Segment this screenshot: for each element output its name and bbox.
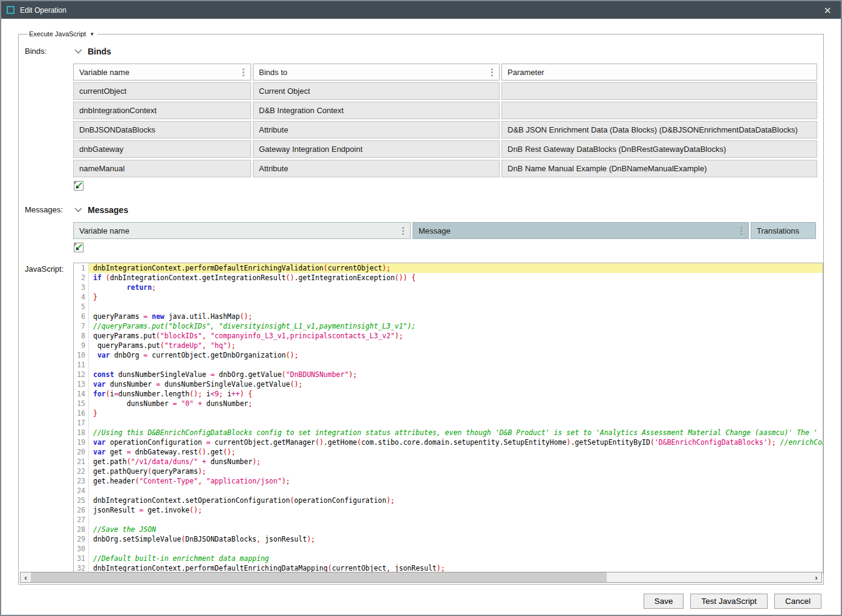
- add-row-icon: [74, 181, 83, 191]
- table-cell[interactable]: Attribute: [253, 121, 500, 139]
- cancel-button[interactable]: Cancel: [774, 594, 821, 609]
- add-row-icon: [74, 243, 83, 252]
- code-line: 15 dunsNumber = "0" + dunsNumber;: [74, 399, 823, 408]
- binds-table-body: currentObjectCurrent ObjectdnbIntegratio…: [73, 82, 817, 177]
- table-cell[interactable]: dnbIntegrationContext: [73, 102, 251, 119]
- table-row: dnbIntegrationContextD&B Integration Con…: [73, 102, 817, 119]
- code-line: 1dnbIntegrationContext.performDefaultEnr…: [74, 263, 823, 273]
- operation-type-label: Execute JavaScript: [29, 30, 86, 38]
- test-javascript-button[interactable]: Test JavaScript: [690, 594, 768, 609]
- code-lines: 1dnbIntegrationContext.performDefaultEnr…: [74, 263, 823, 573]
- column-header-parameter[interactable]: Parameter: [501, 64, 817, 80]
- code-line: 7//queryParams.put("blockIDs", "diversit…: [74, 321, 823, 331]
- messages-field-label: Messages:: [25, 203, 73, 255]
- close-icon[interactable]: ×: [820, 4, 835, 16]
- scroll-right-arrow-icon[interactable]: ›: [811, 572, 821, 582]
- column-grip-icon[interactable]: [402, 230, 404, 232]
- code-line: 12const dunsNumberSingleValue = dnbOrg.g…: [74, 370, 823, 379]
- code-line: 17: [74, 418, 823, 428]
- column-header-variable-name[interactable]: Variable name: [73, 64, 251, 80]
- column-header-variable-name[interactable]: Variable name: [73, 222, 411, 239]
- app-icon: [7, 6, 15, 14]
- column-grip-icon[interactable]: [740, 230, 742, 232]
- add-bind-row-button[interactable]: [74, 181, 83, 191]
- table-cell[interactable]: Attribute: [253, 160, 500, 177]
- column-header-message[interactable]: Message: [413, 222, 749, 239]
- code-line: 25dnbIntegrationContext.setOperationConf…: [74, 496, 823, 505]
- table-cell[interactable]: Current Object: [253, 82, 500, 100]
- scroll-left-arrow-icon[interactable]: ‹: [21, 572, 31, 582]
- line-number: 22: [74, 467, 89, 476]
- table-cell[interactable]: nameManual: [73, 160, 251, 177]
- horizontal-scrollbar: ‹ ›: [20, 572, 822, 583]
- code-line: 23get.header("Content-Type", "applicatio…: [74, 476, 823, 486]
- line-number: 9: [74, 341, 89, 350]
- column-grip-icon[interactable]: [491, 71, 493, 73]
- table-cell[interactable]: DnBJSONDataBlocks: [73, 121, 251, 139]
- code-line: 9 queryParams.put("tradeUp", "hq");: [74, 341, 823, 350]
- column-header-binds-to[interactable]: Binds to: [253, 64, 500, 80]
- code-line: 16}: [74, 408, 823, 418]
- code-line: 24: [74, 486, 823, 496]
- line-number: 26: [74, 505, 89, 515]
- line-number: 15: [74, 399, 89, 408]
- scrollbar-thumb[interactable]: [31, 572, 607, 582]
- line-number: 20: [74, 447, 89, 457]
- table-cell[interactable]: DnB Rest Gateway DataBlocks (DnBRestGate…: [501, 140, 817, 158]
- column-grip-icon[interactable]: [243, 71, 244, 73]
- code-line: 31//Default built-in enrichment data map…: [74, 554, 823, 563]
- code-line: 11: [74, 360, 823, 370]
- line-number: 16: [74, 408, 89, 418]
- code-line: 5: [74, 302, 823, 312]
- messages-table: Variable name Message Translations: [71, 220, 818, 241]
- code-line: 6queryParams = new java.util.HashMap();: [74, 312, 823, 321]
- code-line: 22get.pathQuery(queryParams);: [74, 467, 823, 476]
- code-line: 13var dunsNumber = dunsNumberSingleValue…: [74, 379, 823, 389]
- table-cell[interactable]: [501, 82, 817, 100]
- line-number: 19: [74, 437, 89, 447]
- line-number: 24: [74, 486, 89, 496]
- line-number: 4: [74, 292, 89, 302]
- table-row: currentObjectCurrent Object: [73, 82, 817, 100]
- table-cell[interactable]: D&B JSON Enrichment Data (Data Blocks) (…: [501, 121, 817, 139]
- messages-collapse-chevron-icon[interactable]: [74, 208, 82, 212]
- code-line: 20var get = dnbGateway.rest().get();: [74, 447, 823, 457]
- scrollbar-track[interactable]: [607, 572, 811, 582]
- binds-section-title: Binds: [88, 47, 111, 56]
- line-number: 2: [74, 273, 89, 283]
- table-cell[interactable]: [501, 102, 817, 119]
- add-message-row-button[interactable]: [74, 243, 83, 252]
- code-line: 19var operationConfiguration = currentOb…: [74, 437, 823, 447]
- code-line: 21get.path("/v1/data/duns/" + dunsNumber…: [74, 457, 823, 467]
- code-line: 14for(i=dunsNumber.length(); i<9; i++) {: [74, 389, 823, 399]
- line-number: 17: [74, 418, 89, 428]
- javascript-code-editor[interactable]: 1dnbIntegrationContext.performDefaultEnr…: [73, 263, 823, 574]
- line-number: 8: [74, 331, 89, 341]
- line-number: 14: [74, 389, 89, 399]
- code-line: 26jsonResult = get.invoke();: [74, 505, 823, 515]
- table-row: dnbGatewayGateway Integration EndpointDn…: [73, 140, 817, 158]
- table-cell[interactable]: currentObject: [73, 82, 251, 100]
- table-cell[interactable]: dnbGateway: [73, 140, 251, 158]
- titlebar: Edit Operation ×: [1, 1, 841, 19]
- code-line: 28//Save the JSON: [74, 525, 823, 534]
- table-row: nameManualAttributeDnB Name Manual Examp…: [73, 160, 817, 177]
- binds-collapse-chevron-icon[interactable]: [74, 49, 82, 54]
- table-cell[interactable]: DnB Name Manual Example (DnBNameManualEx…: [501, 160, 817, 177]
- edit-operation-dialog: Edit Operation × Execute JavaScript ▼ Bi…: [0, 0, 842, 616]
- operation-type-selector[interactable]: Execute JavaScript ▼: [28, 30, 97, 38]
- javascript-field-label: JavaScript:: [25, 263, 73, 574]
- code-line: 29dnbOrg.setSimpleValue(DnBJSONDataBlock…: [74, 534, 823, 544]
- column-header-translations[interactable]: Translations: [751, 222, 816, 239]
- line-number: 23: [74, 476, 89, 486]
- code-line: 18//Using this D&BEnrichConfigDataBlocks…: [74, 428, 823, 437]
- code-line: 30: [74, 544, 823, 554]
- table-cell[interactable]: D&B Integration Context: [253, 102, 500, 119]
- line-number: 11: [74, 360, 89, 370]
- line-number: 13: [74, 379, 89, 389]
- messages-section-title: Messages: [88, 205, 128, 215]
- line-number: 18: [74, 428, 89, 437]
- table-cell[interactable]: Gateway Integration Endpoint: [253, 140, 500, 158]
- line-number: 21: [74, 457, 89, 467]
- save-button[interactable]: Save: [644, 594, 684, 609]
